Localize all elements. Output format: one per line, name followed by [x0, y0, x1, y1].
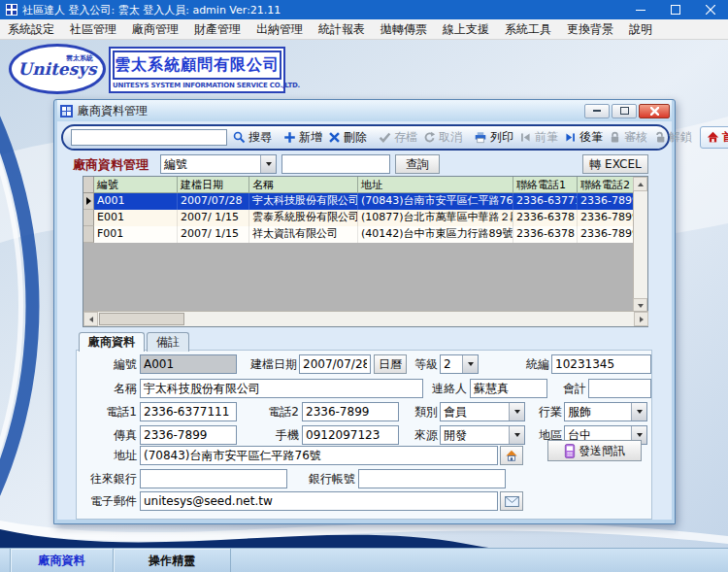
- chevron-down-icon[interactable]: [509, 403, 524, 421]
- company-logo-oval: 雲太系統 Unitesys: [9, 44, 106, 94]
- grid-vertical-scrollbar[interactable]: [633, 177, 647, 313]
- tab-notes[interactable]: 備註: [147, 332, 189, 352]
- print-button[interactable]: 列印: [471, 128, 516, 147]
- name-field[interactable]: [140, 379, 423, 398]
- next-record-button[interactable]: 後筆: [561, 128, 606, 147]
- vendor-window-title: 廠商資料管理: [78, 103, 148, 119]
- industry-select[interactable]: 服飾: [564, 402, 647, 421]
- source-label: 來源: [409, 425, 438, 445]
- cell-date: 2007/07/28: [178, 193, 249, 210]
- col-header-address[interactable]: 地址: [358, 177, 513, 193]
- menu-community[interactable]: 社區管理: [62, 21, 124, 38]
- toolbar-search-input[interactable]: [71, 129, 227, 146]
- menu-property[interactable]: 財產管理: [186, 21, 248, 38]
- inner-minimize-button[interactable]: [584, 104, 610, 118]
- send-email-button[interactable]: [500, 491, 523, 511]
- category-select[interactable]: 會員: [440, 402, 525, 421]
- add-button[interactable]: 新增: [281, 128, 325, 147]
- prev-icon: [519, 131, 532, 144]
- contact-field[interactable]: [470, 379, 547, 398]
- cancel-button: 取消: [420, 128, 465, 147]
- save-label: 存檔: [394, 129, 417, 146]
- grid-header: 編號 建檔日期 名稱 地址 聯絡電話1 聯絡電話2: [83, 177, 647, 193]
- scroll-right-button[interactable]: [634, 312, 648, 326]
- row-marker-cell: [83, 193, 94, 210]
- send-sms-button[interactable]: 發送簡訊: [547, 440, 642, 461]
- address-field[interactable]: [140, 446, 498, 465]
- menu-help[interactable]: 說明: [621, 21, 660, 38]
- close-button[interactable]: [693, 0, 728, 19]
- audit-label: 審核: [624, 129, 647, 146]
- bank-account-field[interactable]: [358, 469, 506, 488]
- email-field[interactable]: [140, 491, 498, 511]
- col-header-name[interactable]: 名稱: [249, 177, 358, 193]
- maximize-button[interactable]: [658, 0, 693, 19]
- col-header-phone2[interactable]: 聯絡電話2: [578, 177, 635, 193]
- tax-id-field[interactable]: [551, 354, 651, 374]
- vendor-window-body: 搜尋 新增 刪除 存檔 取消: [57, 121, 672, 520]
- menu-reports[interactable]: 統計報表: [311, 21, 373, 38]
- phone1-field[interactable]: [140, 402, 237, 421]
- source-select[interactable]: 開發: [440, 425, 525, 445]
- tab-vendor-data[interactable]: 廠商資料: [79, 332, 145, 352]
- menu-online-support[interactable]: 線上支援: [435, 21, 497, 38]
- fax-label: 傳真: [88, 425, 137, 445]
- menu-change-background[interactable]: 更換背景: [559, 21, 621, 38]
- filter-value-input[interactable]: [281, 154, 390, 174]
- menu-vendor[interactable]: 廠商管理: [124, 21, 186, 38]
- search-field-select[interactable]: 編號: [160, 154, 277, 174]
- fax-field[interactable]: [140, 425, 237, 445]
- search-button[interactable]: 搜尋: [230, 128, 275, 147]
- map-home-button[interactable]: [500, 446, 523, 465]
- col-header-phone1[interactable]: 聯絡電話1: [513, 177, 578, 193]
- vendor-window-icon: [60, 105, 73, 118]
- unlock-label: 解鎖: [669, 129, 692, 146]
- mobile-field[interactable]: [302, 425, 399, 445]
- grid-row[interactable]: E001 2007/ 1/15 雲泰系統股份有限公司 (10877)台北市萬華區…: [83, 210, 647, 226]
- scrollbar-thumb[interactable]: [99, 313, 184, 325]
- chevron-down-icon[interactable]: [509, 426, 524, 444]
- home-icon: [707, 131, 719, 144]
- level-value: 2: [441, 355, 462, 373]
- grid-horizontal-scrollbar[interactable]: [83, 311, 648, 326]
- menu-system-settings[interactable]: 系統設定: [0, 21, 62, 38]
- inner-maximize-button[interactable]: [612, 104, 637, 118]
- delete-button[interactable]: 刪除: [325, 128, 370, 147]
- col-header-date[interactable]: 建檔日期: [178, 177, 249, 193]
- calendar-button[interactable]: 日曆: [374, 354, 407, 374]
- status-vendor-data[interactable]: 廠商資料: [11, 549, 114, 572]
- minimize-button[interactable]: [623, 0, 658, 19]
- export-excel-button[interactable]: 轉 EXCEL: [582, 154, 648, 174]
- scroll-left-button[interactable]: [83, 312, 98, 326]
- created-date-field[interactable]: [299, 354, 371, 374]
- envelope-icon: [505, 496, 519, 507]
- chevron-down-icon[interactable]: [260, 155, 276, 173]
- name-label: 名稱: [88, 379, 137, 398]
- code-field[interactable]: [140, 354, 237, 374]
- accountant-field[interactable]: [588, 379, 651, 398]
- row-marker-cell: [83, 210, 94, 226]
- tax-id-label: 統編: [520, 354, 549, 374]
- grid-row-selected[interactable]: A001 2007/07/28 宇太科技股份有限公司 (70843)台南市安平區…: [83, 193, 647, 210]
- phone2-field[interactable]: [302, 402, 399, 421]
- inner-close-icon: [650, 107, 659, 116]
- menu-system-tools[interactable]: 系統工具: [497, 21, 559, 38]
- scroll-up-button[interactable]: [633, 177, 647, 191]
- accountant-label: 會計: [557, 379, 586, 398]
- home-page-button[interactable]: 首頁: [700, 126, 728, 149]
- inner-close-button[interactable]: [639, 104, 670, 118]
- level-label: 等級: [409, 354, 438, 374]
- unlock-icon: [653, 131, 666, 144]
- menu-cashier[interactable]: 出納管理: [248, 21, 311, 38]
- query-button[interactable]: 查詢: [395, 154, 440, 174]
- menu-vouchers[interactable]: 拋轉傳票: [373, 21, 435, 38]
- bank-field[interactable]: [140, 469, 287, 488]
- chevron-down-icon[interactable]: [631, 403, 646, 421]
- col-header-code[interactable]: 編號: [94, 177, 178, 193]
- source-value: 開發: [441, 426, 509, 444]
- company-name-zh: 雲太系統顧問有限公司: [113, 50, 281, 80]
- level-select[interactable]: 2: [440, 354, 479, 374]
- chevron-down-icon[interactable]: [462, 355, 478, 373]
- grid-row[interactable]: F001 2007/ 1/15 祥太資訊有限公司 (40142)台中市東區力行路…: [83, 226, 647, 243]
- status-wizard[interactable]: 操作精靈: [114, 549, 231, 572]
